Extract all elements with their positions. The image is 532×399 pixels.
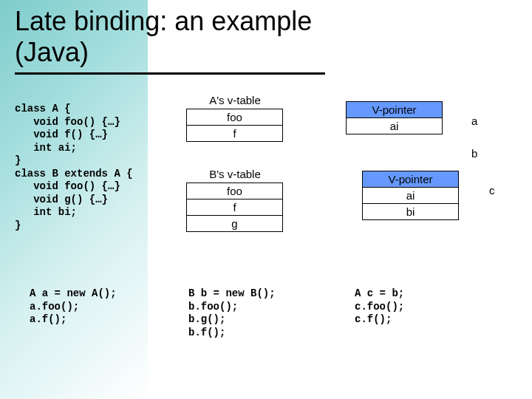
title-line1: Late binding: an example — [15, 6, 312, 36]
object-b-field: ai — [363, 188, 459, 204]
vtable-a: foo f — [186, 109, 283, 142]
object-b-field: bi — [363, 204, 459, 220]
vtable-b-row: foo — [187, 183, 283, 200]
slide-title: Late binding: an example (Java) — [0, 0, 532, 69]
label-a: a — [471, 115, 477, 127]
vtable-b-label: B's v-table — [191, 168, 279, 180]
object-a-field: ai — [347, 118, 443, 134]
class-definitions-code: class A { void foo() {…} void f() {…} in… — [15, 103, 133, 232]
vtable-a-row: foo — [187, 109, 283, 126]
object-a-vpointer: V-pointer — [347, 102, 443, 118]
object-b-layout: V-pointer ai bi — [362, 171, 459, 220]
usage-code-b: B b = new B(); b.foo(); b.g(); b.f(); — [188, 287, 276, 339]
vtable-a-row: f — [187, 126, 283, 142]
usage-code-a: A a = new A(); a.foo(); a.f(); — [30, 287, 117, 327]
object-b-vpointer: V-pointer — [363, 171, 459, 188]
label-b: b — [471, 147, 477, 160]
vtable-a-label: A's v-table — [191, 94, 279, 106]
vtable-b: foo f g — [186, 183, 283, 232]
object-a-layout: V-pointer ai — [346, 101, 443, 134]
vtable-b-row: g — [187, 216, 283, 232]
title-line2: (Java) — [15, 37, 89, 67]
label-c: c — [489, 184, 495, 197]
vtable-b-row: f — [187, 200, 283, 216]
title-underline — [15, 72, 325, 75]
usage-code-c: A c = b; c.foo(); c.f(); — [355, 287, 404, 327]
